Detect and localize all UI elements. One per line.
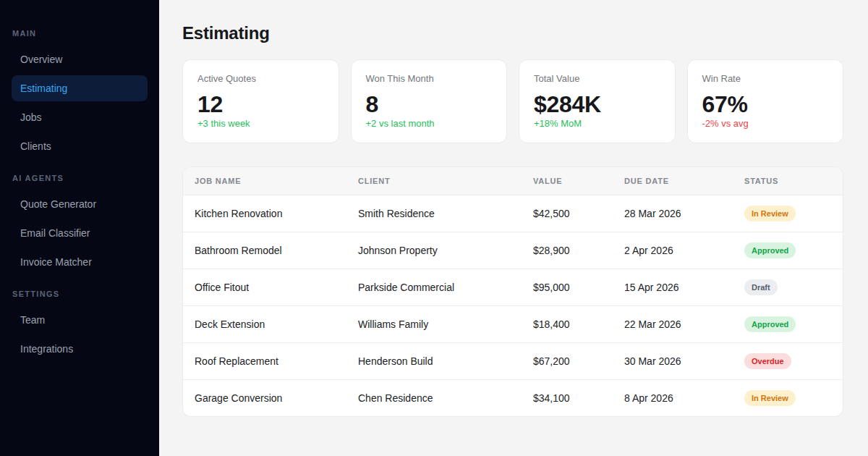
cell-due-date: 30 Mar 2026 bbox=[613, 342, 733, 379]
status-badge: In Review bbox=[744, 390, 796, 406]
cell-job-name: Office Fitout bbox=[183, 269, 346, 305]
cell-due-date: 8 Apr 2026 bbox=[613, 379, 733, 416]
status-badge: Approved bbox=[744, 242, 796, 258]
cell-job-name: Garage Conversion bbox=[183, 379, 346, 416]
sidebar-section-settings: SETTINGS Team Integrations bbox=[12, 288, 148, 362]
sidebar-item-integrations[interactable]: Integrations bbox=[12, 336, 148, 362]
sidebar: MAIN Overview Estimating Jobs Clients AI… bbox=[0, 0, 159, 456]
cell-status: In Review bbox=[733, 195, 843, 232]
stat-delta: +3 this week bbox=[197, 118, 324, 130]
table-row[interactable]: Garage Conversion Chen Residence $34,100… bbox=[183, 379, 843, 416]
cell-job-name: Kitchen Renovation bbox=[183, 195, 346, 232]
sidebar-section-main: MAIN Overview Estimating Jobs Clients bbox=[12, 28, 148, 159]
cell-client: Williams Family bbox=[346, 305, 522, 342]
status-badge: Overdue bbox=[744, 353, 791, 369]
cell-client: Chen Residence bbox=[346, 379, 522, 416]
stat-label: Won This Month bbox=[366, 73, 493, 85]
sidebar-item-estimating[interactable]: Estimating bbox=[12, 75, 148, 101]
cell-value: $95,000 bbox=[522, 269, 613, 305]
sidebar-section-label-main: MAIN bbox=[12, 28, 148, 39]
cell-due-date: 15 Apr 2026 bbox=[613, 269, 733, 305]
cell-value: $34,100 bbox=[522, 379, 613, 416]
stat-delta: +2 vs last month bbox=[366, 118, 493, 130]
col-header-due-date: DUE DATE bbox=[613, 167, 733, 195]
stat-cards: Active Quotes 12 +3 this week Won This M… bbox=[182, 59, 843, 143]
cell-value: $67,200 bbox=[522, 342, 613, 379]
quotes-table: JOB NAME CLIENT VALUE DUE DATE STATUS Ki… bbox=[183, 167, 843, 416]
cell-client: Smith Residence bbox=[346, 195, 522, 232]
stat-card-win-rate: Win Rate 67% -2% vs avg bbox=[687, 59, 844, 143]
cell-job-name: Bathroom Remodel bbox=[183, 232, 346, 269]
stat-label: Total Value bbox=[534, 73, 660, 85]
sidebar-item-overview[interactable]: Overview bbox=[12, 46, 148, 72]
cell-status: In Review bbox=[733, 379, 843, 416]
stat-value: $284K bbox=[534, 91, 660, 117]
col-header-value: VALUE bbox=[522, 167, 613, 195]
status-badge: Draft bbox=[744, 279, 778, 295]
sidebar-item-clients[interactable]: Clients bbox=[12, 133, 148, 159]
sidebar-section-ai-agents: AI AGENTS Quote Generator Email Classifi… bbox=[12, 172, 148, 275]
sidebar-item-invoice-matcher[interactable]: Invoice Matcher bbox=[12, 249, 148, 275]
sidebar-item-label: Invoice Matcher bbox=[20, 256, 92, 268]
stat-value: 67% bbox=[702, 91, 829, 117]
sidebar-item-label: Overview bbox=[20, 54, 62, 65]
cell-value: $18,400 bbox=[522, 305, 613, 342]
sidebar-section-label-ai-agents: AI AGENTS bbox=[12, 172, 148, 184]
stat-card-won-this-month: Won This Month 8 +2 vs last month bbox=[351, 59, 508, 143]
cell-client: Parkside Commercial bbox=[346, 269, 522, 305]
sidebar-item-quote-generator[interactable]: Quote Generator bbox=[12, 191, 148, 217]
sidebar-item-label: Jobs bbox=[20, 111, 42, 123]
sidebar-item-team[interactable]: Team bbox=[12, 307, 148, 333]
cell-due-date: 2 Apr 2026 bbox=[613, 232, 733, 269]
col-header-job-name: JOB NAME bbox=[183, 167, 346, 195]
sidebar-item-email-classifier[interactable]: Email Classifier bbox=[12, 220, 148, 246]
cell-status: Approved bbox=[733, 232, 843, 269]
cell-job-name: Roof Replacement bbox=[183, 342, 346, 379]
cell-status: Draft bbox=[733, 269, 843, 305]
col-header-status: STATUS bbox=[733, 167, 843, 195]
stat-label: Active Quotes bbox=[197, 73, 324, 85]
col-header-client: CLIENT bbox=[346, 167, 522, 195]
status-badge: Approved bbox=[744, 316, 796, 332]
quotes-table-card: JOB NAME CLIENT VALUE DUE DATE STATUS Ki… bbox=[182, 166, 843, 417]
sidebar-item-label: Clients bbox=[20, 140, 51, 152]
table-row[interactable]: Roof Replacement Henderson Build $67,200… bbox=[183, 342, 843, 379]
stat-card-active-quotes: Active Quotes 12 +3 this week bbox=[182, 59, 339, 143]
stat-delta: -2% vs avg bbox=[702, 118, 829, 130]
stat-value: 8 bbox=[366, 91, 493, 117]
sidebar-item-label: Quote Generator bbox=[20, 198, 96, 210]
table-row[interactable]: Deck Extension Williams Family $18,400 2… bbox=[183, 305, 843, 342]
cell-due-date: 22 Mar 2026 bbox=[613, 305, 733, 342]
cell-value: $28,900 bbox=[522, 232, 613, 269]
stat-card-total-value: Total Value $284K +18% MoM bbox=[519, 59, 676, 143]
sidebar-item-jobs[interactable]: Jobs bbox=[12, 104, 148, 130]
cell-job-name: Deck Extension bbox=[183, 305, 346, 342]
cell-client: Johnson Property bbox=[346, 232, 522, 269]
table-row[interactable]: Kitchen Renovation Smith Residence $42,5… bbox=[183, 195, 843, 232]
table-row[interactable]: Bathroom Remodel Johnson Property $28,90… bbox=[183, 232, 843, 269]
sidebar-item-label: Email Classifier bbox=[20, 227, 90, 239]
table-header-row: JOB NAME CLIENT VALUE DUE DATE STATUS bbox=[183, 167, 843, 195]
sidebar-item-label: Integrations bbox=[20, 343, 73, 355]
stat-delta: +18% MoM bbox=[534, 118, 660, 130]
sidebar-section-label-settings: SETTINGS bbox=[12, 288, 148, 300]
stat-label: Win Rate bbox=[702, 73, 829, 85]
cell-client: Henderson Build bbox=[346, 342, 522, 379]
sidebar-item-label: Team bbox=[20, 314, 45, 326]
stat-value: 12 bbox=[197, 91, 324, 117]
cell-due-date: 28 Mar 2026 bbox=[613, 195, 733, 232]
status-badge: In Review bbox=[744, 206, 796, 221]
page-title: Estimating bbox=[182, 23, 843, 43]
cell-status: Overdue bbox=[733, 342, 843, 379]
cell-status: Approved bbox=[733, 305, 843, 342]
cell-value: $42,500 bbox=[522, 195, 613, 232]
sidebar-item-label: Estimating bbox=[20, 83, 67, 94]
table-row[interactable]: Office Fitout Parkside Commercial $95,00… bbox=[183, 269, 843, 305]
main-content: Estimating Active Quotes 12 +3 this week… bbox=[159, 0, 868, 456]
